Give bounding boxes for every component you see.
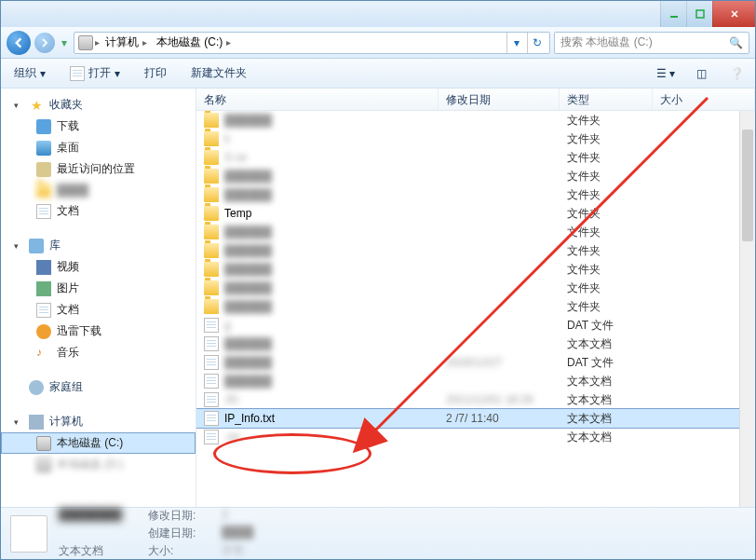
file-row[interactable]: ██████文本文档 <box>196 372 755 390</box>
sidebar-item-desktop[interactable]: 桌面 <box>1 137 196 158</box>
file-type: 文件夹 <box>560 206 653 222</box>
open-button[interactable]: 打开 ▾ <box>64 61 126 85</box>
file-type: 文本文档 <box>560 336 653 352</box>
file-row[interactable]: ██████文件夹 <box>196 279 755 297</box>
new-folder-button[interactable]: 新建文件夹 <box>185 61 252 85</box>
folder-icon <box>204 169 219 184</box>
file-row[interactable]: ██████文件夹 <box>196 223 755 241</box>
sidebar-item-recent[interactable]: 最近访问的位置 <box>1 158 196 180</box>
sidebar-item-music[interactable]: ♪音乐 <box>1 342 196 363</box>
sidebar-computer-header[interactable]: ▾计算机 <box>1 411 196 432</box>
address-dropdown-icon[interactable]: ▾ <box>506 33 525 53</box>
refresh-icon[interactable]: ↻ <box>527 33 546 53</box>
breadcrumb[interactable]: ▸ 计算机▸ 本地磁盘 (C:)▸ ▾ ↻ <box>74 32 550 54</box>
sidebar-item-xunlei[interactable]: 迅雷下载 <box>1 321 196 342</box>
file-row[interactable]: Temp文件夹 <box>196 204 755 223</box>
breadcrumb-drive[interactable]: 本地磁盘 (C:)▸ <box>153 33 235 53</box>
file-row[interactable]: S ce文件夹 <box>196 148 755 167</box>
sidebar: ▾★收藏夹 下载 桌面 最近访问的位置 ████ 文档 ▾库 视频 图片 文档 … <box>1 89 196 507</box>
explorer-window: ▾ ▸ 计算机▸ 本地磁盘 (C:)▸ ▾ ↻ 搜索 本地磁盘 (C:) 🔍 组… <box>0 0 756 560</box>
column-size[interactable]: 大小 <box>653 89 755 110</box>
file-type: 文件夹 <box>560 131 653 147</box>
sidebar-item-documents[interactable]: 文档 <box>1 200 196 222</box>
doc-icon <box>204 411 219 426</box>
column-name[interactable]: 名称 <box>196 89 439 110</box>
file-name: ██████ <box>224 188 272 201</box>
sidebar-favorites-header[interactable]: ▾★收藏夹 <box>1 94 196 116</box>
file-row[interactable]: gDAT 文件 <box>196 316 755 335</box>
file-name: ██████ <box>224 337 272 350</box>
file-row[interactable]: ██████文件夹 <box>196 185 755 204</box>
file-type: 文件夹 <box>560 225 653 240</box>
content-area: ▾★收藏夹 下载 桌面 最近访问的位置 ████ 文档 ▾库 视频 图片 文档 … <box>1 89 755 507</box>
file-row[interactable]: ██████文件夹 <box>196 111 755 130</box>
file-name: ██████ <box>224 356 272 369</box>
print-button[interactable]: 打印 <box>139 61 172 85</box>
file-row[interactable]: k文件夹 <box>196 130 755 148</box>
back-button[interactable] <box>7 31 31 55</box>
file-name: Temp <box>224 207 251 220</box>
pictures-icon <box>36 281 51 296</box>
sidebar-label: 音乐 <box>57 345 79 361</box>
file-row[interactable]: ██████文件夹 <box>196 167 755 185</box>
file-type: 文件夹 <box>560 299 653 315</box>
breadcrumb-computer[interactable]: 计算机▸ <box>101 33 151 53</box>
forward-button[interactable] <box>34 33 55 53</box>
sidebar-item-downloads[interactable]: 下载 <box>1 116 196 137</box>
minimize-button[interactable] <box>660 1 686 27</box>
file-row[interactable]: ██████文件夹 <box>196 241 755 260</box>
sidebar-item-drive-d[interactable]: 本地磁盘 (D:) <box>1 454 196 475</box>
file-row[interactable]: ██████2016/12/27DAT 文件 <box>196 353 755 372</box>
details-date-created-label: 创建日期: <box>148 526 196 541</box>
sidebar-homegroup-header[interactable]: 家庭组 <box>1 376 196 398</box>
maximize-button[interactable] <box>686 1 712 27</box>
breadcrumb-label: 本地磁盘 (C:) <box>156 34 223 50</box>
file-name: ██████ <box>224 263 272 276</box>
folder-icon <box>36 183 51 198</box>
sidebar-item-videos[interactable]: 视频 <box>1 256 196 278</box>
doc-icon <box>36 303 51 318</box>
file-row[interactable]: .txt文本文档 <box>196 428 755 446</box>
library-icon <box>29 239 44 253</box>
doc-icon <box>70 66 85 81</box>
file-row[interactable]: JG2011/12/01 18:29文本文档 <box>196 390 755 409</box>
folder-icon <box>204 299 219 314</box>
xunlei-icon <box>36 324 51 339</box>
file-row[interactable]: ██████文本文档 <box>196 335 755 353</box>
toolbar: 组织 ▾ 打开 ▾ 打印 新建文件夹 ☰ ▾ ◫ ❔ <box>1 59 755 89</box>
file-row[interactable]: IP_Info.txt2 /7/ 11:40文本文档 <box>196 409 755 428</box>
doc-icon <box>204 336 219 351</box>
toolbar-label: 打开 <box>88 65 111 81</box>
view-options-button[interactable]: ☰ ▾ <box>655 62 677 85</box>
file-type: 文件夹 <box>560 169 653 184</box>
sidebar-item-lib-documents[interactable]: 文档 <box>1 299 196 321</box>
vertical-scrollbar[interactable] <box>739 111 755 507</box>
search-input[interactable]: 搜索 本地磁盘 (C:) 🔍 <box>554 32 749 54</box>
column-type[interactable]: 类型 <box>560 89 653 110</box>
details-date-modified-label: 修改日期: <box>148 508 196 524</box>
sidebar-item-drive-c[interactable]: 本地磁盘 (C:) <box>1 432 196 454</box>
file-name: JG <box>224 393 238 406</box>
sidebar-label: 迅雷下载 <box>57 323 101 339</box>
history-dropdown[interactable]: ▾ <box>59 36 70 49</box>
details-type-value: 文本文档 <box>59 543 122 559</box>
folder-icon <box>204 150 219 165</box>
file-row[interactable]: ██████文件夹 <box>196 297 755 316</box>
organize-button[interactable]: 组织 ▾ <box>8 61 51 85</box>
file-name: ██████ <box>224 244 272 257</box>
file-row[interactable]: ██████文件夹 <box>196 260 755 279</box>
help-button[interactable]: ❔ <box>725 62 748 85</box>
scrollbar-thumb[interactable] <box>742 130 753 241</box>
sidebar-label: 文档 <box>57 203 79 219</box>
folder-icon <box>204 280 219 295</box>
preview-pane-button[interactable]: ◫ <box>690 62 712 85</box>
close-button[interactable] <box>712 1 755 27</box>
sidebar-label: 视频 <box>57 259 79 275</box>
sidebar-item-blurred[interactable]: ████ <box>1 180 196 200</box>
details-size-value: 字节 <box>222 543 253 559</box>
column-date[interactable]: 修改日期 <box>439 89 560 110</box>
sidebar-item-pictures[interactable]: 图片 <box>1 278 196 299</box>
sidebar-libraries-header[interactable]: ▾库 <box>1 235 196 256</box>
music-icon: ♪ <box>36 346 51 361</box>
details-filename: ████████ <box>59 508 122 524</box>
